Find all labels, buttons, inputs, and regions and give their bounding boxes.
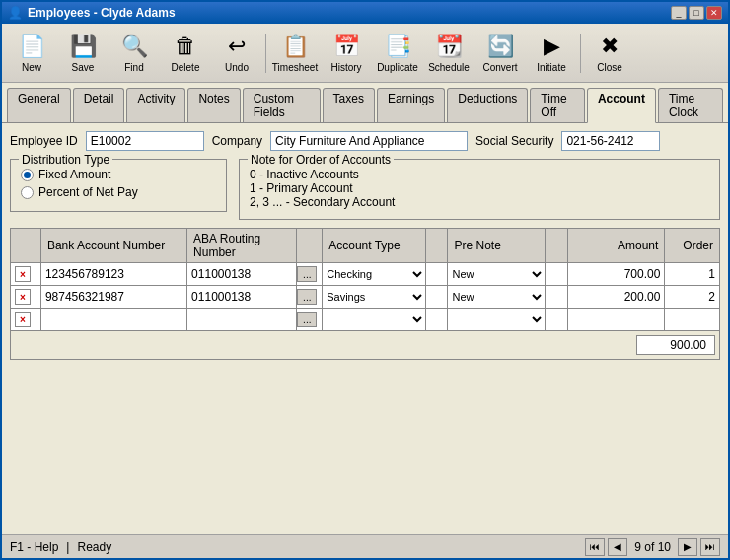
- maximize-button[interactable]: □: [689, 6, 704, 20]
- amount-input[interactable]: [572, 267, 661, 281]
- save-icon: 💾: [69, 33, 97, 60]
- aba-routing-input[interactable]: [191, 313, 292, 326]
- delete-button[interactable]: 🗑 Delete: [161, 28, 210, 79]
- table-header-row: Bank Account Number ABA Routing Number A…: [11, 229, 720, 263]
- history-button[interactable]: 📅 History: [322, 28, 371, 79]
- employee-id-label: Employee ID: [10, 134, 78, 148]
- account-type-select[interactable]: CheckingSavings: [323, 286, 425, 308]
- aba-lookup-button[interactable]: ...: [297, 266, 317, 282]
- order-input[interactable]: [669, 313, 715, 326]
- help-text: F1 - Help: [10, 540, 58, 554]
- history-icon: 📅: [332, 33, 360, 60]
- table-row: ×...CheckingSavingsNewPrenoteActive: [11, 309, 720, 331]
- delete-row-button[interactable]: ×: [15, 289, 31, 305]
- pre-note-select[interactable]: NewPrenoteActive: [448, 286, 545, 308]
- tab-time-off[interactable]: Time Off: [530, 88, 585, 122]
- find-button[interactable]: 🔍 Find: [110, 28, 159, 79]
- delete-row-button[interactable]: ×: [15, 266, 31, 282]
- accounts-tbody: ×...CheckingSavingsNewPrenoteActive×...C…: [11, 263, 720, 331]
- convert-label: Convert: [482, 62, 517, 73]
- order-input[interactable]: [669, 267, 715, 281]
- distribution-type-group: Distribution Type Fixed Amount Percent o…: [10, 159, 227, 212]
- pre-note-select[interactable]: NewPrenoteActive: [448, 263, 545, 285]
- delete-label: Delete: [172, 62, 200, 73]
- find-label: Find: [124, 62, 143, 73]
- close-icon: ✖: [596, 33, 623, 60]
- percent-net-pay-label: Percent of Net Pay: [38, 185, 138, 199]
- fixed-amount-label: Fixed Amount: [38, 168, 110, 181]
- find-icon: 🔍: [120, 33, 148, 60]
- employee-id-input[interactable]: [86, 131, 204, 151]
- tab-account[interactable]: Account: [587, 88, 656, 123]
- company-label: Company: [212, 134, 262, 148]
- timesheet-button[interactable]: 📋 Timesheet: [270, 28, 320, 79]
- schedule-button[interactable]: 📆 Schedule: [424, 28, 474, 79]
- save-button[interactable]: 💾 Save: [58, 28, 108, 79]
- account-type-select[interactable]: CheckingSavings: [323, 309, 425, 330]
- statusbar-right: ⏮ ◀ 9 of 10 ▶ ⏭: [585, 538, 720, 556]
- col-account-type: Account Type: [323, 229, 426, 263]
- window-title: Employees - Clyde Adams: [28, 6, 176, 20]
- bank-account-input[interactable]: [45, 267, 182, 281]
- pre-note-select[interactable]: NewPrenoteActive: [448, 309, 545, 330]
- close-label: Close: [597, 62, 622, 73]
- history-label: History: [330, 62, 361, 73]
- company-input[interactable]: [270, 131, 468, 151]
- tab-time-clock[interactable]: Time Clock: [658, 88, 723, 122]
- statusbar-left: F1 - Help | Ready: [10, 540, 111, 554]
- minimize-button[interactable]: _: [671, 6, 687, 20]
- col-amount: Amount: [567, 229, 665, 263]
- status-text: Ready: [77, 540, 111, 554]
- initiate-icon: ▶: [538, 33, 565, 60]
- convert-button[interactable]: 🔄 Convert: [475, 28, 525, 79]
- col-order: Order: [665, 229, 720, 263]
- toolbar: 📄 New 💾 Save 🔍 Find 🗑 Delete ↩ Undo 📋 Ti…: [2, 24, 728, 83]
- social-security-input[interactable]: [561, 131, 660, 151]
- schedule-label: Schedule: [428, 62, 470, 73]
- tab-earnings[interactable]: Earnings: [377, 88, 445, 122]
- tab-taxes[interactable]: Taxes: [323, 88, 375, 122]
- table-row: ×...CheckingSavingsNewPrenoteActive: [11, 263, 720, 286]
- tab-deductions[interactable]: Deductions: [447, 88, 528, 122]
- schedule-icon: 📆: [435, 33, 463, 60]
- statusbar: F1 - Help | Ready ⏮ ◀ 9 of 10 ▶ ⏭: [2, 534, 728, 558]
- amount-input[interactable]: [572, 290, 661, 304]
- duplicate-button[interactable]: 📑 Duplicate: [373, 28, 422, 79]
- tab-notes[interactable]: Notes: [187, 88, 240, 122]
- total-amount: 900.00: [636, 335, 715, 355]
- nav-first-button[interactable]: ⏮: [585, 538, 605, 556]
- delete-row-button[interactable]: ×: [15, 312, 31, 327]
- aba-lookup-button[interactable]: ...: [297, 312, 317, 327]
- tab-detail[interactable]: Detail: [73, 88, 125, 122]
- undo-button[interactable]: ↩ Undo: [212, 28, 261, 79]
- order-input[interactable]: [669, 290, 715, 304]
- undo-label: Undo: [225, 62, 249, 73]
- delete-icon: 🗑: [172, 33, 199, 60]
- aba-lookup-button[interactable]: ...: [297, 289, 317, 305]
- tab-general[interactable]: General: [7, 88, 71, 122]
- account-type-select[interactable]: CheckingSavings: [323, 263, 425, 285]
- nav-last-button[interactable]: ⏭: [700, 538, 720, 556]
- nav-prev-button[interactable]: ◀: [608, 538, 627, 556]
- initiate-label: Initiate: [537, 62, 565, 73]
- tab-activity[interactable]: Activity: [126, 88, 185, 122]
- tabs-bar: General Detail Activity Notes Custom Fie…: [2, 83, 728, 123]
- amount-input[interactable]: [572, 313, 661, 326]
- close-button[interactable]: ✖ Close: [585, 28, 634, 79]
- initiate-button[interactable]: ▶ Initiate: [527, 28, 576, 79]
- fixed-amount-radio[interactable]: Fixed Amount: [21, 168, 216, 181]
- bank-account-input[interactable]: [45, 290, 182, 304]
- col-delete: [11, 229, 41, 263]
- status-separator: |: [66, 540, 69, 554]
- new-button[interactable]: 📄 New: [7, 28, 56, 79]
- percent-net-pay-radio-circle: [21, 186, 34, 199]
- nav-next-button[interactable]: ▶: [678, 538, 697, 556]
- note-line-2: 2, 3 ... - Secondary Account: [250, 195, 709, 209]
- percent-net-pay-radio[interactable]: Percent of Net Pay: [21, 185, 216, 199]
- aba-routing-input[interactable]: [191, 290, 292, 304]
- aba-routing-input[interactable]: [191, 267, 292, 281]
- bank-account-input[interactable]: [45, 313, 182, 326]
- col-pre-note: Pre Note: [448, 229, 546, 263]
- close-window-button[interactable]: ✕: [706, 6, 722, 20]
- tab-custom-fields[interactable]: Custom Fields: [243, 88, 321, 122]
